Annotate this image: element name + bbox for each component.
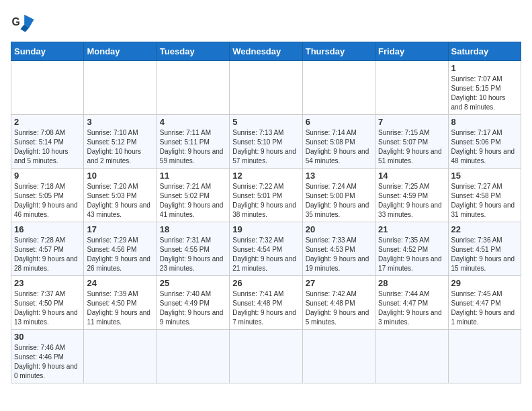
day-number: 8 — [451, 117, 518, 127]
day-number: 7 — [378, 117, 445, 127]
day-info: Sunrise: 7:17 AM Sunset: 5:06 PM Dayligh… — [451, 128, 518, 166]
day-info: Sunrise: 7:32 AM Sunset: 4:54 PM Dayligh… — [232, 236, 299, 273]
calendar-cell: 13Sunrise: 7:24 AM Sunset: 5:00 PM Dayli… — [302, 169, 375, 222]
calendar-cell: 26Sunrise: 7:41 AM Sunset: 4:48 PM Dayli… — [230, 276, 302, 330]
weekday-header-monday: Monday — [84, 42, 157, 61]
day-number: 16 — [14, 224, 81, 234]
day-number: 21 — [378, 224, 445, 234]
weekday-header-thursday: Thursday — [302, 42, 375, 61]
day-number: 10 — [87, 171, 153, 181]
day-info: Sunrise: 7:21 AM Sunset: 5:02 PM Dayligh… — [160, 182, 226, 220]
day-number: 27 — [306, 278, 372, 288]
day-number: 1 — [451, 63, 518, 73]
calendar-cell: 12Sunrise: 7:22 AM Sunset: 5:01 PM Dayli… — [230, 169, 302, 222]
day-number: 14 — [378, 171, 445, 181]
day-number: 13 — [306, 171, 372, 181]
weekday-header-sunday: Sunday — [11, 42, 84, 61]
calendar-cell — [11, 61, 84, 115]
day-info: Sunrise: 7:29 AM Sunset: 4:56 PM Dayligh… — [87, 236, 153, 273]
week-row: 30Sunrise: 7:46 AM Sunset: 4:46 PM Dayli… — [11, 330, 521, 383]
week-row: 23Sunrise: 7:37 AM Sunset: 4:50 PM Dayli… — [11, 276, 521, 330]
calendar-cell: 9Sunrise: 7:18 AM Sunset: 5:05 PM Daylig… — [11, 169, 84, 222]
logo: G — [11, 11, 39, 35]
day-info: Sunrise: 7:08 AM Sunset: 5:14 PM Dayligh… — [14, 128, 81, 166]
day-number: 9 — [14, 171, 81, 181]
logo-icon: G — [11, 11, 35, 35]
day-info: Sunrise: 7:18 AM Sunset: 5:05 PM Dayligh… — [14, 182, 81, 220]
calendar-cell: 24Sunrise: 7:39 AM Sunset: 4:50 PM Dayli… — [84, 276, 157, 330]
week-row: 9Sunrise: 7:18 AM Sunset: 5:05 PM Daylig… — [11, 169, 521, 222]
day-info: Sunrise: 7:40 AM Sunset: 4:49 PM Dayligh… — [160, 289, 226, 327]
day-info: Sunrise: 7:37 AM Sunset: 4:50 PM Dayligh… — [14, 289, 81, 327]
calendar-cell: 22Sunrise: 7:36 AM Sunset: 4:51 PM Dayli… — [448, 222, 521, 276]
calendar-cell: 30Sunrise: 7:46 AM Sunset: 4:46 PM Dayli… — [11, 330, 84, 383]
calendar-cell: 1Sunrise: 7:07 AM Sunset: 5:15 PM Daylig… — [448, 61, 521, 115]
calendar-cell — [84, 61, 157, 115]
day-number: 11 — [160, 171, 226, 181]
calendar-cell — [302, 61, 375, 115]
day-info: Sunrise: 7:39 AM Sunset: 4:50 PM Dayligh… — [87, 289, 153, 327]
calendar-cell: 14Sunrise: 7:25 AM Sunset: 4:59 PM Dayli… — [375, 169, 448, 222]
calendar-cell: 29Sunrise: 7:45 AM Sunset: 4:47 PM Dayli… — [448, 276, 521, 330]
calendar-cell — [84, 330, 157, 383]
day-number: 18 — [160, 224, 226, 234]
calendar-cell — [375, 61, 448, 115]
calendar-cell: 3Sunrise: 7:10 AM Sunset: 5:12 PM Daylig… — [84, 115, 157, 169]
calendar-header: SundayMondayTuesdayWednesdayThursdayFrid… — [11, 42, 521, 61]
day-number: 15 — [451, 171, 518, 181]
day-info: Sunrise: 7:33 AM Sunset: 4:53 PM Dayligh… — [306, 236, 372, 273]
calendar-cell: 10Sunrise: 7:20 AM Sunset: 5:03 PM Dayli… — [84, 169, 157, 222]
day-number: 6 — [306, 117, 372, 127]
day-number: 24 — [87, 278, 153, 288]
day-info: Sunrise: 7:44 AM Sunset: 4:47 PM Dayligh… — [378, 289, 445, 327]
calendar-cell: 2Sunrise: 7:08 AM Sunset: 5:14 PM Daylig… — [11, 115, 84, 169]
calendar-cell: 8Sunrise: 7:17 AM Sunset: 5:06 PM Daylig… — [448, 115, 521, 169]
day-info: Sunrise: 7:28 AM Sunset: 4:57 PM Dayligh… — [14, 236, 81, 273]
day-number: 4 — [160, 117, 226, 127]
day-info: Sunrise: 7:36 AM Sunset: 4:51 PM Dayligh… — [451, 236, 518, 273]
calendar-cell — [448, 330, 521, 383]
weekday-row: SundayMondayTuesdayWednesdayThursdayFrid… — [11, 42, 521, 61]
day-info: Sunrise: 7:42 AM Sunset: 4:48 PM Dayligh… — [306, 289, 372, 327]
day-info: Sunrise: 7:22 AM Sunset: 5:01 PM Dayligh… — [232, 182, 299, 220]
calendar-cell: 19Sunrise: 7:32 AM Sunset: 4:54 PM Dayli… — [230, 222, 302, 276]
day-number: 29 — [451, 278, 518, 288]
day-info: Sunrise: 7:20 AM Sunset: 5:03 PM Dayligh… — [87, 182, 153, 220]
week-row: 2Sunrise: 7:08 AM Sunset: 5:14 PM Daylig… — [11, 115, 521, 169]
day-info: Sunrise: 7:10 AM Sunset: 5:12 PM Dayligh… — [87, 128, 153, 166]
day-number: 28 — [378, 278, 445, 288]
calendar-cell: 18Sunrise: 7:31 AM Sunset: 4:55 PM Dayli… — [157, 222, 229, 276]
day-info: Sunrise: 7:13 AM Sunset: 5:10 PM Dayligh… — [232, 128, 299, 166]
weekday-header-tuesday: Tuesday — [157, 42, 229, 61]
day-info: Sunrise: 7:24 AM Sunset: 5:00 PM Dayligh… — [306, 182, 372, 220]
calendar-body: 1Sunrise: 7:07 AM Sunset: 5:15 PM Daylig… — [11, 61, 521, 383]
calendar: SundayMondayTuesdayWednesdayThursdayFrid… — [11, 42, 521, 383]
calendar-cell: 28Sunrise: 7:44 AM Sunset: 4:47 PM Dayli… — [375, 276, 448, 330]
calendar-cell: 17Sunrise: 7:29 AM Sunset: 4:56 PM Dayli… — [84, 222, 157, 276]
calendar-cell: 16Sunrise: 7:28 AM Sunset: 4:57 PM Dayli… — [11, 222, 84, 276]
day-number: 26 — [232, 278, 299, 288]
day-number: 30 — [14, 332, 81, 342]
day-info: Sunrise: 7:46 AM Sunset: 4:46 PM Dayligh… — [14, 343, 81, 381]
day-info: Sunrise: 7:14 AM Sunset: 5:08 PM Dayligh… — [306, 128, 372, 166]
calendar-cell: 11Sunrise: 7:21 AM Sunset: 5:02 PM Dayli… — [157, 169, 229, 222]
day-info: Sunrise: 7:07 AM Sunset: 5:15 PM Dayligh… — [451, 75, 518, 112]
day-number: 17 — [87, 224, 153, 234]
weekday-header-saturday: Saturday — [448, 42, 521, 61]
day-number: 5 — [232, 117, 299, 127]
day-number: 12 — [232, 171, 299, 181]
day-number: 20 — [306, 224, 372, 234]
weekday-header-friday: Friday — [375, 42, 448, 61]
day-number: 23 — [14, 278, 81, 288]
day-number: 22 — [451, 224, 518, 234]
calendar-cell — [157, 61, 229, 115]
calendar-cell — [302, 330, 375, 383]
day-info: Sunrise: 7:35 AM Sunset: 4:52 PM Dayligh… — [378, 236, 445, 273]
calendar-cell: 27Sunrise: 7:42 AM Sunset: 4:48 PM Dayli… — [302, 276, 375, 330]
calendar-cell: 4Sunrise: 7:11 AM Sunset: 5:11 PM Daylig… — [157, 115, 229, 169]
day-info: Sunrise: 7:41 AM Sunset: 4:48 PM Dayligh… — [232, 289, 299, 327]
day-info: Sunrise: 7:31 AM Sunset: 4:55 PM Dayligh… — [160, 236, 226, 273]
svg-text:G: G — [11, 16, 19, 28]
week-row: 1Sunrise: 7:07 AM Sunset: 5:15 PM Daylig… — [11, 61, 521, 115]
day-info: Sunrise: 7:27 AM Sunset: 4:58 PM Dayligh… — [451, 182, 518, 220]
